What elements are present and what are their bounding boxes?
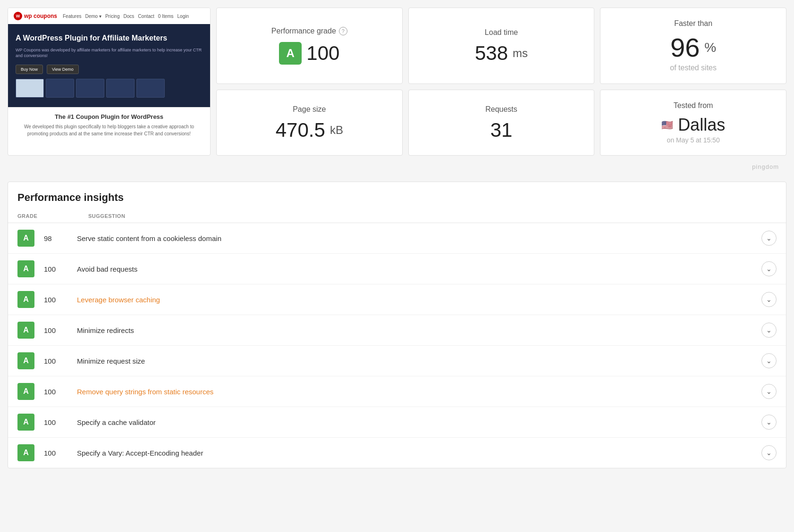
insight-score: 100: [44, 296, 68, 304]
expand-button[interactable]: ⌄: [761, 415, 777, 430]
requests-number: 31: [490, 120, 513, 140]
site-hero: A WordPress Plugin for Affiliate Markete…: [8, 24, 210, 107]
expand-button[interactable]: ⌄: [761, 384, 777, 399]
expand-button[interactable]: ⌄: [761, 292, 777, 307]
insight-score: 100: [44, 449, 68, 457]
tested-from-card: Tested from 🇺🇸 Dallas on May 5 at 15:50: [600, 90, 786, 156]
load-time-label: Load time: [485, 28, 518, 37]
page-size-card: Page size 470.5 kB: [216, 90, 403, 156]
requests-card: Requests 31: [408, 90, 595, 156]
insight-grade-badge: A: [17, 322, 34, 339]
load-time-card: Load time 538 ms: [408, 8, 595, 84]
insight-grade-badge: A: [17, 444, 34, 461]
faster-than-sub: of tested sites: [670, 64, 717, 72]
page-size-value: 470.5 kB: [276, 120, 343, 140]
expand-button[interactable]: ⌄: [761, 353, 777, 368]
expand-button[interactable]: ⌄: [761, 231, 777, 246]
grade-column-header: GRADE: [17, 213, 46, 219]
load-time-value: 538 ms: [475, 43, 528, 63]
suggestion-column-header: SUGGESTION: [88, 213, 777, 219]
faster-than-number: 96: [670, 34, 700, 61]
help-icon[interactable]: ?: [339, 27, 347, 35]
site-hero-title: A WordPress Plugin for Affiliate Markete…: [16, 33, 203, 43]
tested-from-city: Dallas: [678, 116, 725, 133]
insight-score: 100: [44, 357, 68, 365]
screenshot-thumb-3: [76, 79, 104, 98]
score-column-header: [55, 213, 79, 219]
insight-grade-badge: A: [17, 352, 34, 369]
grade-badge: A: [279, 42, 302, 65]
insight-suggestion: Leverage browser caching: [77, 296, 752, 304]
hero-buttons: Buy Now View Demo: [16, 65, 203, 74]
insight-grade-badge: A: [17, 414, 34, 431]
page-size-unit: kB: [330, 125, 343, 136]
hero-screenshots: [16, 79, 203, 98]
nav-links: Features Demo ▾ Pricing Docs Contact 0 I…: [63, 14, 189, 19]
insight-suggestion: Specify a cache validator: [77, 418, 752, 426]
insight-grade-badge: A: [17, 291, 34, 308]
load-time-number: 538: [475, 43, 508, 63]
faster-than-value: 96 %: [670, 34, 716, 61]
insight-suggestion: Avoid bad requests: [77, 265, 752, 273]
insight-suggestion: Specify a Vary: Accept-Encoding header: [77, 449, 752, 457]
page-size-label: Page size: [293, 105, 326, 114]
insight-score: 100: [44, 388, 68, 396]
table-row: A 100 Avoid bad requests ⌄: [8, 254, 786, 284]
site-name-label: wp coupons: [24, 13, 57, 19]
insights-rows: A 98 Serve static content from a cookiel…: [8, 223, 786, 468]
insight-grade-badge: A: [17, 383, 34, 400]
performance-grade-card: Performance grade ? A 100: [216, 8, 403, 84]
table-row: A 100 Remove query strings from static r…: [8, 376, 786, 407]
insight-score: 100: [44, 326, 68, 334]
page-size-number: 470.5: [276, 120, 325, 140]
expand-button[interactable]: ⌄: [761, 323, 777, 338]
insight-score: 100: [44, 418, 68, 426]
screenshot-thumb-1: [16, 79, 44, 98]
insight-score: 100: [44, 265, 68, 273]
view-demo-button[interactable]: View Demo: [47, 65, 79, 74]
faster-than-percent: %: [704, 41, 716, 54]
main-container: W wp coupons Features Demo ▾ Pricing Doc…: [0, 0, 794, 476]
table-row: A 98 Serve static content from a cookiel…: [8, 223, 786, 254]
expand-button[interactable]: ⌄: [761, 445, 777, 460]
wp-logo: W wp coupons: [14, 12, 57, 20]
insights-section: Performance insights GRADE SUGGESTION A …: [8, 182, 786, 468]
insight-score: 98: [44, 234, 68, 242]
screenshot-thumb-4: [106, 79, 135, 98]
insight-grade-badge: A: [17, 260, 34, 277]
preview-bottom-description: We developed this plugin specifically to…: [16, 123, 203, 137]
tested-from-value: 🇺🇸 Dallas: [661, 116, 725, 133]
metrics-grid: Performance grade ? A 100 Load time 538 …: [216, 8, 786, 156]
performance-grade-value: A 100: [279, 42, 339, 65]
us-flag-icon: 🇺🇸: [661, 120, 673, 130]
insight-suggestion: Remove query strings from static resourc…: [77, 388, 752, 396]
screenshot-thumb-5: [136, 79, 165, 98]
load-time-unit: ms: [513, 48, 528, 59]
tested-from-date: on May 5 at 15:50: [667, 136, 720, 144]
insight-suggestion: Minimize redirects: [77, 326, 752, 334]
preview-text-section: The #1 Coupon Plugin for WordPress We de…: [8, 107, 210, 143]
insight-suggestion: Minimize request size: [77, 357, 752, 365]
table-row: A 100 Specify a cache validator ⌄: [8, 407, 786, 438]
insight-suggestion: Serve static content from a cookieless d…: [77, 234, 752, 242]
tested-from-label: Tested from: [674, 101, 713, 110]
insights-title: Performance insights: [8, 182, 786, 209]
table-row: A 100 Minimize redirects ⌄: [8, 315, 786, 346]
wp-logo-icon: W: [14, 12, 22, 20]
table-row: A 100 Minimize request size ⌄: [8, 346, 786, 376]
expand-button[interactable]: ⌄: [761, 261, 777, 276]
faster-than-card: Faster than 96 % of tested sites: [600, 8, 786, 84]
preview-card: W wp coupons Features Demo ▾ Pricing Doc…: [8, 8, 211, 156]
fake-nav: W wp coupons Features Demo ▾ Pricing Doc…: [8, 8, 210, 24]
pingdom-brand: pingdom: [8, 161, 786, 174]
insight-grade-badge: A: [17, 230, 34, 247]
requests-label: Requests: [485, 105, 517, 114]
preview-bottom-title: The #1 Coupon Plugin for WordPress: [16, 113, 203, 120]
table-row: A 100 Leverage browser caching ⌄: [8, 284, 786, 315]
faster-than-label: Faster than: [674, 19, 712, 28]
performance-grade-label: Performance grade ?: [271, 27, 347, 35]
table-row: A 100 Specify a Vary: Accept-Encoding he…: [8, 438, 786, 468]
top-section: W wp coupons Features Demo ▾ Pricing Doc…: [8, 8, 786, 156]
performance-score: 100: [306, 43, 339, 63]
buy-now-button[interactable]: Buy Now: [16, 65, 43, 74]
